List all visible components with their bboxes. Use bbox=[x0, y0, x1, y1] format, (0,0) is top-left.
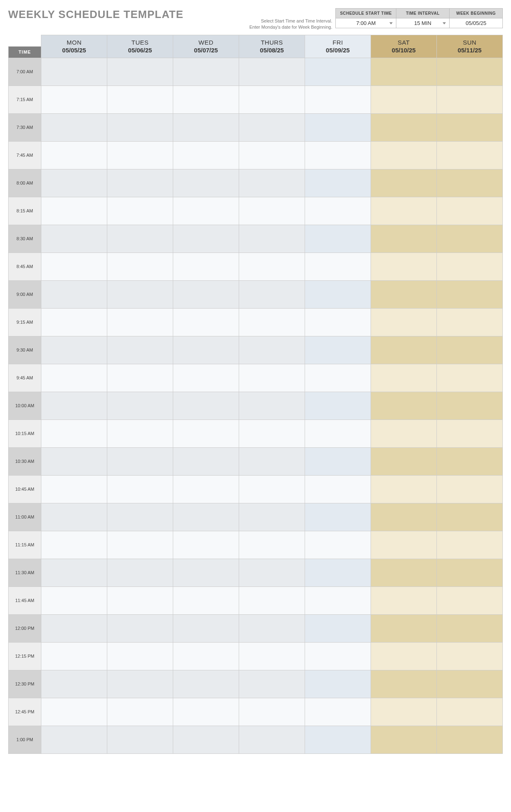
schedule-cell[interactable] bbox=[107, 86, 173, 113]
schedule-cell[interactable] bbox=[305, 726, 371, 753]
schedule-cell[interactable] bbox=[107, 726, 173, 753]
schedule-cell[interactable] bbox=[41, 503, 107, 531]
schedule-cell[interactable] bbox=[437, 113, 503, 141]
schedule-cell[interactable] bbox=[107, 113, 173, 141]
schedule-cell[interactable] bbox=[437, 336, 503, 364]
schedule-cell[interactable] bbox=[107, 475, 173, 503]
schedule-cell[interactable] bbox=[41, 420, 107, 447]
interval-select[interactable]: 15 MIN bbox=[396, 18, 450, 28]
schedule-cell[interactable] bbox=[107, 642, 173, 670]
schedule-cell[interactable] bbox=[437, 726, 503, 753]
schedule-cell[interactable] bbox=[371, 642, 437, 670]
schedule-cell[interactable] bbox=[239, 420, 305, 447]
schedule-cell[interactable] bbox=[305, 698, 371, 726]
schedule-cell[interactable] bbox=[437, 698, 503, 726]
schedule-cell[interactable] bbox=[41, 169, 107, 197]
schedule-cell[interactable] bbox=[173, 225, 239, 253]
schedule-cell[interactable] bbox=[239, 559, 305, 586]
schedule-cell[interactable] bbox=[173, 308, 239, 336]
schedule-cell[interactable] bbox=[41, 670, 107, 698]
schedule-cell[interactable] bbox=[305, 364, 371, 392]
schedule-cell[interactable] bbox=[371, 586, 437, 614]
schedule-cell[interactable] bbox=[107, 141, 173, 169]
schedule-cell[interactable] bbox=[437, 308, 503, 336]
schedule-cell[interactable] bbox=[437, 503, 503, 531]
schedule-cell[interactable] bbox=[239, 169, 305, 197]
schedule-cell[interactable] bbox=[305, 559, 371, 586]
schedule-cell[interactable] bbox=[371, 503, 437, 531]
schedule-cell[interactable] bbox=[305, 308, 371, 336]
schedule-cell[interactable] bbox=[305, 392, 371, 420]
schedule-cell[interactable] bbox=[371, 447, 437, 475]
schedule-cell[interactable] bbox=[305, 586, 371, 614]
schedule-cell[interactable] bbox=[239, 642, 305, 670]
schedule-cell[interactable] bbox=[173, 614, 239, 642]
schedule-cell[interactable] bbox=[371, 225, 437, 253]
schedule-cell[interactable] bbox=[239, 531, 305, 559]
schedule-cell[interactable] bbox=[239, 447, 305, 475]
schedule-cell[interactable] bbox=[437, 447, 503, 475]
schedule-cell[interactable] bbox=[41, 58, 107, 86]
schedule-cell[interactable] bbox=[41, 447, 107, 475]
schedule-cell[interactable] bbox=[239, 113, 305, 141]
schedule-cell[interactable] bbox=[107, 364, 173, 392]
schedule-cell[interactable] bbox=[305, 420, 371, 447]
schedule-cell[interactable] bbox=[305, 58, 371, 86]
schedule-cell[interactable] bbox=[371, 113, 437, 141]
schedule-cell[interactable] bbox=[41, 586, 107, 614]
schedule-cell[interactable] bbox=[437, 586, 503, 614]
schedule-cell[interactable] bbox=[173, 392, 239, 420]
schedule-cell[interactable] bbox=[437, 141, 503, 169]
schedule-cell[interactable] bbox=[41, 614, 107, 642]
schedule-cell[interactable] bbox=[173, 420, 239, 447]
schedule-cell[interactable] bbox=[437, 420, 503, 447]
schedule-cell[interactable] bbox=[305, 169, 371, 197]
schedule-cell[interactable] bbox=[305, 447, 371, 475]
schedule-cell[interactable] bbox=[371, 336, 437, 364]
schedule-cell[interactable] bbox=[371, 420, 437, 447]
schedule-cell[interactable] bbox=[107, 392, 173, 420]
schedule-cell[interactable] bbox=[305, 225, 371, 253]
schedule-cell[interactable] bbox=[41, 559, 107, 586]
schedule-cell[interactable] bbox=[41, 197, 107, 225]
schedule-cell[interactable] bbox=[371, 86, 437, 113]
schedule-cell[interactable] bbox=[239, 670, 305, 698]
schedule-cell[interactable] bbox=[371, 726, 437, 753]
schedule-cell[interactable] bbox=[305, 113, 371, 141]
schedule-cell[interactable] bbox=[371, 698, 437, 726]
schedule-cell[interactable] bbox=[173, 531, 239, 559]
schedule-cell[interactable] bbox=[371, 308, 437, 336]
schedule-cell[interactable] bbox=[239, 475, 305, 503]
schedule-cell[interactable] bbox=[41, 253, 107, 280]
schedule-cell[interactable] bbox=[305, 197, 371, 225]
schedule-cell[interactable] bbox=[239, 614, 305, 642]
schedule-cell[interactable] bbox=[239, 503, 305, 531]
schedule-cell[interactable] bbox=[173, 642, 239, 670]
schedule-cell[interactable] bbox=[371, 559, 437, 586]
schedule-cell[interactable] bbox=[239, 726, 305, 753]
schedule-cell[interactable] bbox=[173, 559, 239, 586]
schedule-cell[interactable] bbox=[107, 336, 173, 364]
schedule-cell[interactable] bbox=[437, 614, 503, 642]
schedule-cell[interactable] bbox=[371, 392, 437, 420]
schedule-cell[interactable] bbox=[41, 364, 107, 392]
schedule-cell[interactable] bbox=[371, 169, 437, 197]
schedule-cell[interactable] bbox=[239, 58, 305, 86]
schedule-cell[interactable] bbox=[371, 197, 437, 225]
schedule-cell[interactable] bbox=[173, 280, 239, 308]
schedule-cell[interactable] bbox=[371, 253, 437, 280]
start-time-select[interactable]: 7:00 AM bbox=[336, 18, 396, 28]
schedule-cell[interactable] bbox=[173, 447, 239, 475]
schedule-cell[interactable] bbox=[239, 141, 305, 169]
schedule-cell[interactable] bbox=[107, 503, 173, 531]
schedule-cell[interactable] bbox=[437, 392, 503, 420]
schedule-cell[interactable] bbox=[41, 86, 107, 113]
schedule-cell[interactable] bbox=[305, 614, 371, 642]
schedule-cell[interactable] bbox=[173, 475, 239, 503]
schedule-cell[interactable] bbox=[173, 86, 239, 113]
schedule-cell[interactable] bbox=[41, 280, 107, 308]
schedule-cell[interactable] bbox=[41, 225, 107, 253]
schedule-cell[interactable] bbox=[371, 531, 437, 559]
schedule-cell[interactable] bbox=[107, 670, 173, 698]
schedule-cell[interactable] bbox=[41, 726, 107, 753]
